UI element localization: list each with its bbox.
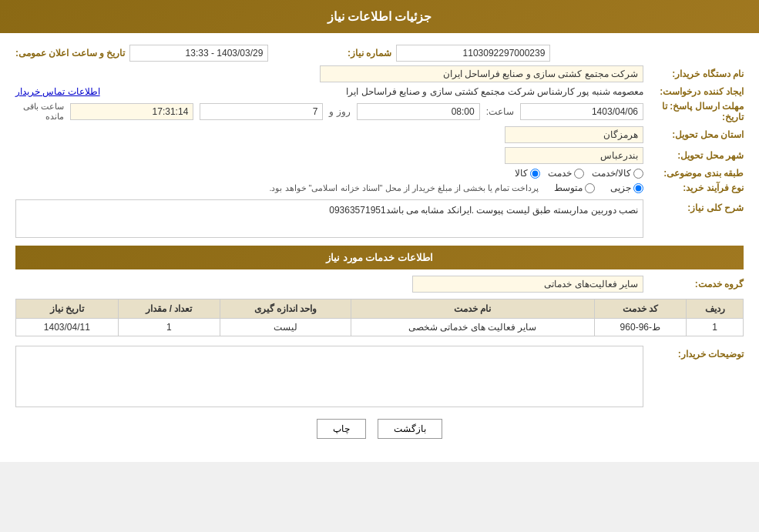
description-row: شرح کلی نیاز: نصب دوربین مداربسته طبق لی…	[15, 199, 744, 238]
service-section-header: اطلاعات خدمات مورد نیاز	[15, 246, 744, 269]
service-group-value: سایر فعالیت‌های خدماتی	[412, 276, 643, 293]
buyer-name-row: نام دستگاه خریدار: شرکت مجتمع کشتی سازی …	[15, 65, 744, 82]
radio-khedmat[interactable]	[574, 169, 584, 179]
radio-label-kala-khedmat: کالا/خدمت	[592, 168, 631, 179]
radio-label-kala: کالا	[515, 168, 528, 179]
purchase-type-row: نوع فرآیند خرید: جزیی متوسط پرداخت تمام …	[15, 182, 744, 193]
purchase-type-group: جزیی متوسط پرداخت تمام یا بخشی از مبلغ خ…	[269, 182, 643, 193]
day-value: 7	[200, 103, 323, 120]
remaining-label: ساعت باقی مانده	[15, 102, 64, 122]
service-group-label: گروه خدمت:	[643, 279, 744, 289]
category-option-khedmat[interactable]: خدمت	[548, 168, 584, 179]
service-group-row: گروه خدمت: سایر فعالیت‌های خدماتی	[15, 276, 744, 293]
table-row: 1 ط-96-960 سایر فعالیت های خدماتی شخصی ل…	[16, 319, 744, 336]
button-row: بازگشت چاپ	[15, 419, 744, 439]
col-header-row: ردیف	[687, 299, 744, 319]
radio-label-jozii: جزیی	[610, 182, 631, 193]
radio-kala-khedmat[interactable]	[633, 169, 643, 179]
response-date-label: مهلت ارسال پاسخ: تا تاریخ:	[643, 101, 744, 122]
category-row: طبقه بندی موضوعی: کالا/خدمت خدمت کالا	[15, 168, 744, 179]
cell-date: 1403/04/11	[16, 319, 119, 336]
response-date-value: 1403/04/06	[520, 103, 643, 120]
cell-unit: لیست	[220, 319, 351, 336]
page-header: جزئیات اطلاعات نیاز	[0, 0, 759, 33]
radio-jozii[interactable]	[633, 183, 643, 193]
province-row: استان محل تحویل: هرمزگان	[15, 126, 744, 143]
cell-row: 1	[687, 319, 744, 336]
requester-value: معصومه شنبه پور کارشناس شرکت مجتمع کشتی …	[100, 86, 643, 97]
radio-motevaset[interactable]	[585, 183, 595, 193]
service-section-title: اطلاعات خدمات مورد نیاز	[326, 252, 433, 263]
category-option-kala-khedmat[interactable]: کالا/خدمت	[592, 168, 643, 179]
radio-label-motevaset: متوسط	[554, 182, 583, 193]
announcement-label: تاریخ و ساعت اعلان عمومی:	[15, 48, 125, 59]
col-header-unit: واحد اندازه گیری	[220, 299, 351, 319]
category-radio-group: کالا/خدمت خدمت کالا	[515, 168, 643, 179]
cell-quantity: 1	[118, 319, 220, 336]
date-time-fields: 1403/04/06 ساعت: 08:00 روز و 7 17:31:14 …	[15, 102, 643, 122]
radio-kala[interactable]	[530, 169, 540, 179]
city-row: شهر محل تحویل: بندرعباس	[15, 147, 744, 164]
purchase-type-label: نوع فرآیند خرید:	[643, 182, 744, 193]
requester-label: ایجاد کننده درخواست:	[643, 86, 744, 97]
category-option-kala[interactable]: کالا	[515, 168, 540, 179]
need-number-label: شماره نیاز:	[291, 48, 391, 59]
time-value: 08:00	[357, 103, 480, 120]
buyer-description-textarea[interactable]	[15, 346, 643, 407]
description-value: نصب دوربین مداربسته طبق لیست پیوست .ایرا…	[15, 199, 643, 238]
category-label: طبقه بندی موضوعی:	[643, 168, 744, 179]
radio-label-khedmat: خدمت	[548, 168, 572, 179]
cell-name: سایر فعالیت های خدماتی شخصی	[351, 319, 595, 336]
content-area: 1103092297000239 شماره نیاز: 1403/03/29 …	[0, 33, 759, 462]
buyer-name-value: شرکت مجتمع کشتی سازی و صنایع فراساحل ایر…	[320, 65, 643, 82]
col-header-date: تاریخ نیاز	[16, 299, 119, 319]
need-number-row: 1103092297000239 شماره نیاز: 1403/03/29 …	[15, 45, 744, 62]
day-label: روز و	[329, 106, 350, 117]
time-label: ساعت:	[486, 106, 514, 117]
buyer-name-label: نام دستگاه خریدار:	[643, 69, 744, 79]
announcement-value: 1403/03/29 - 13:33	[129, 45, 268, 62]
contact-link[interactable]: اطلاعات تماس خریدار	[15, 86, 100, 97]
col-header-quantity: تعداد / مقدار	[118, 299, 220, 319]
cell-code: ط-96-960	[594, 319, 686, 336]
response-date-row: مهلت ارسال پاسخ: تا تاریخ: 1403/04/06 سا…	[15, 101, 744, 122]
page-container: جزئیات اطلاعات نیاز 1103092297000239 شما…	[0, 0, 759, 462]
province-label: استان محل تحویل:	[643, 129, 744, 140]
purchase-type-note: پرداخت تمام یا بخشی از مبلغ خریدار از مح…	[269, 183, 539, 193]
buyer-description-label: توضیحات خریدار:	[643, 346, 744, 360]
city-value: بندرعباس	[505, 147, 643, 164]
print-button[interactable]: چاپ	[317, 419, 366, 439]
city-label: شهر محل تحویل:	[643, 150, 744, 161]
province-value: هرمزگان	[505, 126, 643, 143]
page-title: جزئیات اطلاعات نیاز	[327, 10, 432, 23]
service-table: ردیف کد خدمت نام خدمت واحد اندازه گیری ت…	[15, 299, 744, 336]
purchase-type-option-jozii[interactable]: جزیی	[610, 182, 643, 193]
description-label: شرح کلی نیاز:	[643, 199, 744, 213]
remaining-value: 17:31:14	[70, 103, 193, 120]
col-header-code: کد خدمت	[594, 299, 686, 319]
back-button[interactable]: بازگشت	[378, 419, 442, 439]
purchase-type-option-motevaset[interactable]: متوسط	[554, 182, 595, 193]
requester-row: ایجاد کننده درخواست: معصومه شنبه پور کار…	[15, 86, 744, 97]
col-header-name: نام خدمت	[351, 299, 595, 319]
buyer-description-row: توضیحات خریدار:	[15, 346, 744, 407]
need-number-value: 1103092297000239	[396, 45, 550, 62]
